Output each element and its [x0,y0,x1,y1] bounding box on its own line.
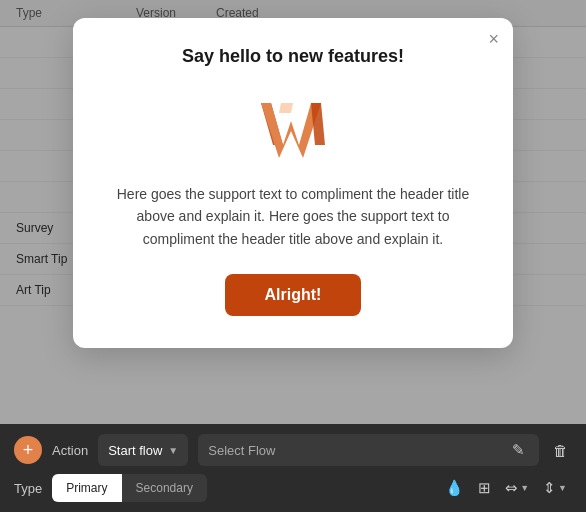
chevron-down-icon: ▼ [520,483,529,493]
start-flow-dropdown[interactable]: Start flow ▼ [98,434,188,466]
chevron-down-icon: ▼ [558,483,567,493]
modal-logo [253,85,333,165]
primary-type-button[interactable]: Primary [52,474,121,502]
modal-confirm-button[interactable]: Alright! [225,274,362,316]
action-label: Action [52,443,88,458]
icon-group: 💧 ⊞ ⇔ ▼ ⇕ ▼ [440,475,572,501]
chevron-down-icon: ▼ [168,445,178,456]
color-picker-icon[interactable]: 💧 [440,475,469,501]
toolbar: + Action Start flow ▼ Select Flow ✎ 🗑 Ty… [0,424,586,512]
modal-dialog: × Say hello to new features! Here goes t… [73,18,513,348]
add-button[interactable]: + [14,436,42,464]
toolbar-row-2: Type Primary Secondary 💧 ⊞ ⇔ ▼ ⇕ ▼ [14,474,572,502]
type-label: Type [14,481,42,496]
plus-icon: + [23,440,34,461]
type-toggle-group: Primary Secondary [52,474,207,502]
svg-marker-3 [279,103,293,113]
modal-close-button[interactable]: × [488,30,499,48]
start-flow-label: Start flow [108,443,162,458]
edit-icon[interactable]: ✎ [508,437,529,463]
align-vertical-button[interactable]: ⇕ ▼ [538,475,572,501]
select-flow-placeholder: Select Flow [208,443,502,458]
delete-icon[interactable]: 🗑 [549,438,572,463]
align-horizontal-button[interactable]: ⇔ ▼ [500,475,534,501]
secondary-type-button[interactable]: Secondary [122,474,207,502]
resize-icon[interactable]: ⊞ [473,475,496,501]
select-flow-field[interactable]: Select Flow ✎ [198,434,539,466]
modal-body-text: Here goes the support text to compliment… [105,183,481,250]
toolbar-row-1: + Action Start flow ▼ Select Flow ✎ 🗑 [14,434,572,466]
modal-title: Say hello to new features! [105,46,481,67]
svg-marker-2 [311,103,325,145]
